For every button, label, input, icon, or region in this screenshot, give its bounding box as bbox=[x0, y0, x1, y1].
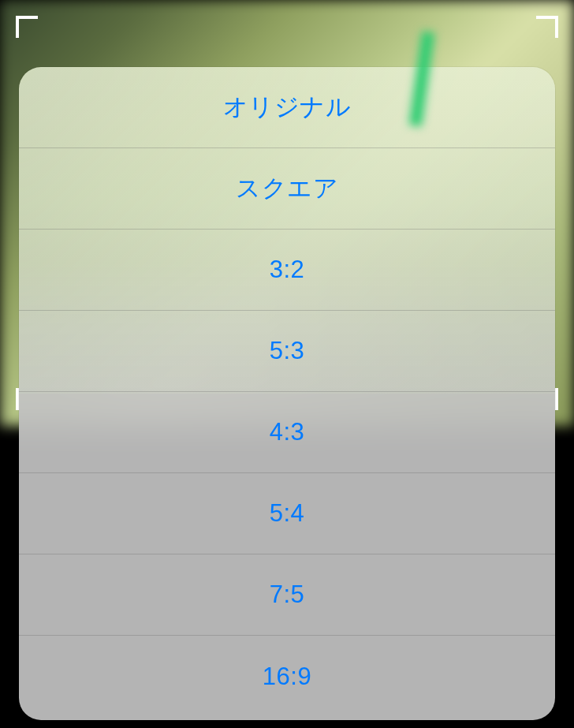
aspect-ratio-5-3[interactable]: 5:3 bbox=[19, 311, 555, 392]
aspect-ratio-7-5[interactable]: 7:5 bbox=[19, 554, 555, 636]
aspect-ratio-label: 4:3 bbox=[270, 418, 305, 446]
aspect-ratio-label: 5:3 bbox=[270, 337, 305, 365]
aspect-ratio-label: 5:4 bbox=[270, 499, 305, 528]
aspect-ratio-5-4[interactable]: 5:4 bbox=[19, 473, 555, 554]
crop-handle-top-left[interactable] bbox=[16, 16, 38, 38]
aspect-ratio-original[interactable]: オリジナル bbox=[19, 67, 555, 148]
aspect-ratio-label: 16:9 bbox=[263, 663, 311, 691]
aspect-ratio-square[interactable]: スクエア bbox=[19, 148, 555, 230]
aspect-ratio-label: オリジナル bbox=[223, 91, 352, 124]
crop-handle-top-right[interactable] bbox=[536, 16, 558, 38]
aspect-ratio-action-sheet: オリジナル スクエア 3:2 5:3 4:3 5:4 7:5 16:9 bbox=[19, 67, 555, 720]
aspect-ratio-3-2[interactable]: 3:2 bbox=[19, 230, 555, 311]
aspect-ratio-label: 3:2 bbox=[270, 256, 305, 284]
aspect-ratio-16-9[interactable]: 16:9 bbox=[19, 636, 555, 717]
aspect-ratio-label: 7:5 bbox=[270, 581, 305, 609]
aspect-ratio-label: スクエア bbox=[236, 172, 338, 205]
aspect-ratio-4-3[interactable]: 4:3 bbox=[19, 392, 555, 473]
